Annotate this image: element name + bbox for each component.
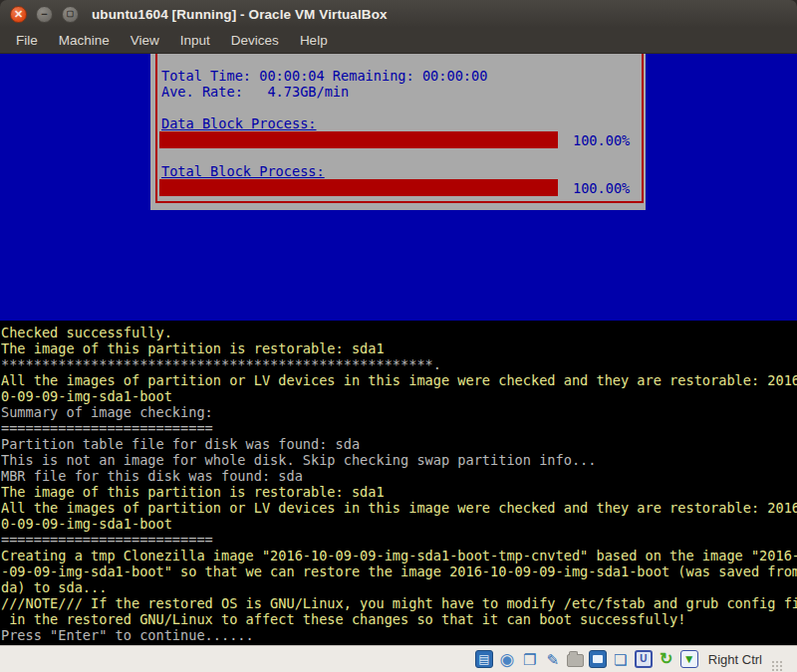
menu-item[interactable]: Devices — [228, 31, 282, 50]
menu-item[interactable]: Input — [177, 31, 213, 50]
window-title: ubuntu1604 [Running] - Oracle VM Virtual… — [92, 7, 388, 22]
menu-item[interactable]: View — [128, 31, 162, 50]
mouse-integration-icon[interactable]: ↻ — [658, 650, 675, 668]
terminal-line: MBR file for this disk was found: sda — [1, 468, 797, 484]
menu-bar: File Machine View Input Devices Help — [0, 28, 797, 54]
terminal-line: Press "Enter" to continue...... — [1, 627, 797, 643]
terminal-line: ========================== — [1, 420, 797, 436]
terminal-line: Summary of image checking: — [1, 404, 797, 420]
close-button[interactable]: ✕ — [10, 6, 27, 23]
data-block-progressbar — [159, 131, 558, 148]
multiple-screens-icon[interactable]: ❏ — [612, 650, 630, 668]
maximize-button[interactable]: ▢ — [62, 6, 79, 23]
terminal-line: ****************************************… — [1, 356, 797, 372]
clonezilla-progress-dialog: Total Time: 00:00:04 Remaining: 00:00:00… — [150, 54, 646, 210]
total-block-progressbar — [159, 179, 558, 196]
status-bar: ▤ ◉ ❐ ✎ ❏ U ↻ ▼ Right Ctrl — [0, 645, 797, 672]
resize-grip[interactable] — [771, 660, 783, 672]
shared-folders-icon[interactable] — [567, 654, 584, 667]
terminal-line: The image of this partition is restorabl… — [1, 484, 797, 500]
terminal-line: ========================== — [1, 532, 797, 548]
status-icons: ▤ ◉ ❐ ✎ ❏ U ↻ ▼ — [475, 650, 698, 668]
terminal-line: Partition table file for disk was found:… — [1, 436, 797, 452]
terminal-line: The image of this partition is restorabl… — [1, 340, 797, 356]
total-block-percent: 100.00% — [573, 180, 630, 196]
network-adapters-icon[interactable]: ❐ — [521, 650, 539, 668]
optical-disc-icon[interactable]: ◉ — [498, 650, 516, 668]
total-time-text: Total Time: 00:00:04 Remaining: 00:00:00 — [161, 68, 487, 84]
menu-item[interactable]: File — [13, 31, 41, 50]
guest-display[interactable]: Total Time: 00:00:04 Remaining: 00:00:00… — [0, 54, 797, 321]
terminal-line: 0-09-09-img-sda1-boot — [1, 388, 797, 404]
data-block-label: Data Block Process: — [161, 115, 317, 131]
total-block-progress-fill — [159, 179, 558, 196]
terminal-line: -09-09-img-sda1-boot" so that we can res… — [1, 563, 797, 579]
total-block-label: Total Block Process: — [161, 163, 325, 179]
titlebar[interactable]: ✕ − ▢ ubuntu1604 [Running] - Oracle VM V… — [0, 0, 797, 28]
terminal-output[interactable]: Checked successfully. The image of this … — [0, 321, 797, 645]
data-block-progress-fill — [159, 131, 558, 148]
terminal-line: da) to sda... — [1, 579, 797, 595]
minimize-button[interactable]: − — [36, 6, 53, 23]
terminal-line: 0-09-09-img-sda1-boot — [1, 516, 797, 532]
terminal-line: This is not an image for whole disk. Ski… — [1, 452, 797, 468]
data-block-percent: 100.00% — [573, 132, 630, 148]
usb-devices-icon[interactable]: U — [635, 650, 653, 668]
virtualbox-window: ✕ − ▢ ubuntu1604 [Running] - Oracle VM V… — [0, 0, 797, 672]
terminal-line: Checked successfully. — [1, 325, 797, 340]
menu-item[interactable]: Machine — [56, 31, 113, 50]
auto-resize-icon[interactable]: ▼ — [680, 650, 698, 668]
terminal-line: All the images of partition or LV device… — [1, 500, 797, 516]
menu-item[interactable]: Help — [297, 31, 331, 50]
hard-disk-icon[interactable]: ▤ — [475, 650, 493, 668]
terminal-line: ///NOTE/// If the restored OS is GNU/Lin… — [1, 595, 797, 611]
display-icon[interactable] — [589, 650, 607, 668]
terminal-line: in the restored GNU/Linux to affect thes… — [1, 611, 797, 627]
terminal-line: Creating a tmp Clonezilla image "2016-10… — [1, 548, 797, 563]
pen-drag-drop-icon[interactable]: ✎ — [544, 650, 562, 668]
host-key-label: Right Ctrl — [708, 652, 762, 667]
window-controls: ✕ − ▢ — [10, 6, 79, 23]
terminal-line: All the images of partition or LV device… — [1, 372, 797, 388]
ave-rate-text: Ave. Rate: 4.73GB/min — [161, 84, 349, 100]
